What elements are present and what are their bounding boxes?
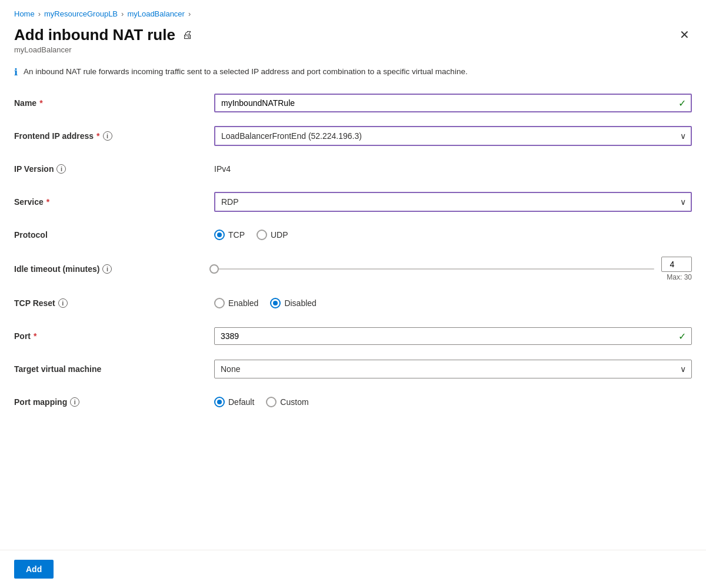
breadcrumb-load-balancer[interactable]: myLoadBalancer [127, 9, 185, 18]
page-subtitle: myLoadBalancer [0, 45, 706, 66]
name-label-text: Name [14, 98, 36, 108]
port-check-icon: ✓ [678, 331, 686, 342]
ip-version-value: IPv4 [214, 164, 231, 174]
protocol-radio-group: TCP UDP [214, 230, 692, 240]
protocol-tcp-label: TCP [228, 230, 245, 240]
name-input[interactable] [214, 94, 692, 112]
protocol-udp-label: UDP [271, 230, 288, 240]
frontend-ip-label-text: Frontend IP address [14, 131, 94, 141]
ip-version-label-text: IP Version [14, 164, 54, 174]
frontend-ip-label: Frontend IP address * i [14, 131, 214, 141]
print-icon[interactable]: 🖨 [182, 29, 193, 41]
tcp-reset-disabled-item[interactable]: Disabled [270, 298, 316, 308]
breadcrumb-resource-group[interactable]: myResourceGroupLB [44, 9, 118, 18]
breadcrumb-home[interactable]: Home [14, 9, 35, 18]
tcp-reset-disabled-label: Disabled [284, 298, 316, 308]
port-input[interactable] [214, 327, 692, 345]
protocol-label: Protocol [14, 230, 214, 240]
tcp-reset-disabled-radio[interactable] [270, 298, 281, 308]
idle-timeout-control: Max: 30 [214, 257, 692, 281]
target-vm-label-text: Target virtual machine [14, 364, 101, 374]
name-label: Name * [14, 98, 214, 108]
name-control: ✓ [214, 94, 692, 112]
target-vm-row: Target virtual machine None ∨ [14, 358, 692, 380]
ip-version-info-icon[interactable]: i [56, 164, 66, 174]
breadcrumb-sep-3: › [188, 9, 191, 18]
tcp-reset-row: TCP Reset i Enabled Disabled [14, 292, 692, 314]
port-control: ✓ [214, 327, 692, 345]
port-label: Port * [14, 331, 214, 341]
port-mapping-custom-radio[interactable] [266, 397, 277, 407]
frontend-ip-select-wrapper: LoadBalancerFrontEnd (52.224.196.3) ∨ [214, 126, 692, 146]
protocol-udp-radio[interactable] [257, 230, 267, 240]
add-button[interactable]: Add [14, 560, 54, 579]
target-vm-select-wrapper: None ∨ [214, 360, 692, 378]
page-title: Add inbound NAT rule [14, 26, 175, 44]
service-select[interactable]: RDP [214, 192, 692, 212]
tcp-reset-info-icon[interactable]: i [58, 298, 68, 308]
service-select-wrapper: RDP ∨ [214, 192, 692, 212]
protocol-control: TCP UDP [214, 230, 692, 240]
port-mapping-default-dot [217, 400, 222, 404]
port-mapping-default-label: Default [228, 397, 254, 407]
tcp-reset-enabled-radio[interactable] [214, 298, 225, 308]
idle-timeout-slider-thumb[interactable] [209, 264, 219, 274]
service-row: Service * RDP ∨ [14, 191, 692, 213]
tcp-reset-disabled-dot [273, 301, 278, 305]
breadcrumb-sep-1: › [38, 9, 41, 18]
info-icon: ℹ [14, 67, 18, 78]
breadcrumb: Home › myResourceGroupLB › myLoadBalance… [0, 0, 706, 23]
idle-timeout-input[interactable] [661, 257, 692, 272]
tcp-reset-label: TCP Reset i [14, 298, 214, 308]
name-required: * [39, 98, 42, 108]
port-required: * [34, 331, 36, 341]
port-mapping-default-radio[interactable] [214, 397, 225, 407]
ip-version-label: IP Version i [14, 164, 214, 174]
protocol-tcp-item[interactable]: TCP [214, 230, 245, 240]
target-vm-label: Target virtual machine [14, 364, 214, 374]
target-vm-control: None ∨ [214, 360, 692, 378]
close-icon[interactable]: ✕ [677, 25, 692, 44]
idle-timeout-slider-right: Max: 30 [661, 257, 692, 281]
frontend-ip-info-icon[interactable]: i [103, 131, 112, 141]
target-vm-select[interactable]: None [214, 360, 692, 378]
frontend-ip-select[interactable]: LoadBalancerFrontEnd (52.224.196.3) [214, 126, 692, 146]
ip-version-control: IPv4 [214, 164, 692, 174]
port-mapping-row: Port mapping i Default Custom [14, 391, 692, 413]
name-row: Name * ✓ [14, 92, 692, 114]
ip-version-row: IP Version i IPv4 [14, 158, 692, 180]
tcp-reset-radio-group: Enabled Disabled [214, 298, 692, 308]
tcp-reset-label-text: TCP Reset [14, 298, 55, 308]
port-label-text: Port [14, 331, 31, 341]
info-text: An inbound NAT rule forwards incoming tr… [24, 66, 468, 78]
port-row: Port * ✓ [14, 325, 692, 347]
frontend-ip-row: Frontend IP address * i LoadBalancerFron… [14, 125, 692, 147]
idle-timeout-slider-container: Max: 30 [214, 257, 692, 281]
protocol-tcp-radio[interactable] [214, 230, 225, 240]
protocol-row: Protocol TCP UDP [14, 224, 692, 246]
footer: Add [0, 550, 706, 588]
idle-timeout-max: Max: 30 [667, 273, 692, 281]
frontend-ip-required: * [96, 131, 99, 141]
service-label-text: Service [14, 197, 44, 207]
frontend-ip-control: LoadBalancerFrontEnd (52.224.196.3) ∨ [214, 126, 692, 146]
port-mapping-default-item[interactable]: Default [214, 397, 254, 407]
idle-timeout-label-text: Idle timeout (minutes) [14, 264, 99, 274]
idle-timeout-info-icon[interactable]: i [102, 264, 112, 274]
port-input-wrapper: ✓ [214, 327, 692, 345]
port-mapping-info-icon[interactable]: i [70, 397, 79, 407]
service-control: RDP ∨ [214, 192, 692, 212]
page-header: Add inbound NAT rule 🖨 ✕ [0, 23, 706, 45]
port-mapping-control: Default Custom [214, 397, 692, 407]
service-required: * [46, 197, 49, 207]
name-check-icon: ✓ [678, 98, 686, 109]
port-mapping-radio-group: Default Custom [214, 397, 692, 407]
tcp-reset-enabled-item[interactable]: Enabled [214, 298, 258, 308]
port-mapping-label: Port mapping i [14, 397, 214, 407]
protocol-label-text: Protocol [14, 230, 48, 240]
protocol-tcp-dot [217, 232, 222, 237]
protocol-udp-item[interactable]: UDP [257, 230, 288, 240]
port-mapping-custom-item[interactable]: Custom [266, 397, 308, 407]
tcp-reset-enabled-label: Enabled [228, 298, 258, 308]
name-input-wrapper: ✓ [214, 94, 692, 112]
